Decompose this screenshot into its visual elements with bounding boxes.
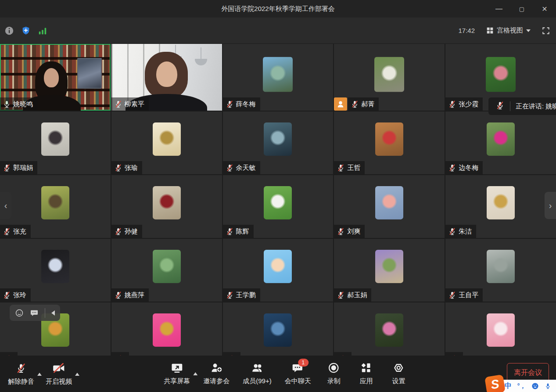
prev-page-arrow[interactable]: ‹ xyxy=(0,192,11,219)
avatar xyxy=(41,186,69,219)
name-bar: 柳素平 xyxy=(111,97,149,111)
participant-tile[interactable] xyxy=(334,302,445,356)
avatar xyxy=(487,249,515,283)
next-page-arrow[interactable]: › xyxy=(545,192,556,219)
muted-mic-icon[interactable] xyxy=(495,101,505,112)
participant-tile[interactable]: 张玲 xyxy=(0,239,111,302)
participant-tile[interactable]: 柳素平 xyxy=(111,44,222,111)
participant-name: 柳素平 xyxy=(125,100,144,108)
toolbar-chat-button[interactable]: 1会中聊天 xyxy=(285,362,311,385)
ime-emoji-icon[interactable] xyxy=(531,382,539,390)
participant-name: 郭瑞娟 xyxy=(13,164,33,172)
avatar xyxy=(375,122,403,155)
name-bar xyxy=(111,352,129,356)
expand-caret[interactable] xyxy=(193,372,197,375)
ime-toolbar: 中 °， xyxy=(500,380,556,392)
name-label xyxy=(0,352,18,356)
security-shield-icon[interactable] xyxy=(21,26,31,36)
participant-tile[interactable]: 姚燕萍 xyxy=(111,239,222,302)
expand-caret[interactable] xyxy=(37,373,42,376)
participant-tile[interactable] xyxy=(223,302,334,356)
close-button[interactable]: ✕ xyxy=(533,0,556,18)
toolbar-unmute-button[interactable]: 解除静音 xyxy=(8,362,34,386)
participant-tile[interactable]: 张瑜 xyxy=(111,111,222,174)
chevron-down-icon xyxy=(526,29,531,32)
participant-tile[interactable]: 王自平 xyxy=(445,239,556,302)
ime-voice-icon[interactable] xyxy=(545,382,551,390)
participant-tile[interactable]: 孙健 xyxy=(111,175,222,238)
participant-name: 张瑜 xyxy=(125,164,138,172)
ime-brand-icon[interactable]: S xyxy=(484,374,506,392)
participant-tile[interactable]: 刘爽 xyxy=(334,175,445,238)
members-icon xyxy=(251,362,264,374)
participant-name: 王哲 xyxy=(347,164,360,172)
name-label xyxy=(445,352,463,356)
smiley-icon[interactable] xyxy=(15,309,24,317)
participant-tile[interactable]: 薛冬梅 xyxy=(223,44,334,111)
clock: 17:42 xyxy=(458,27,475,34)
network-signal-icon[interactable] xyxy=(38,26,47,36)
participant-name: 朱洁 xyxy=(459,227,472,236)
participant-tile[interactable] xyxy=(111,302,222,356)
unmute-icon xyxy=(16,362,26,374)
participant-tile[interactable]: 王学鹏 xyxy=(223,239,334,302)
avatar xyxy=(487,122,515,155)
participant-tile[interactable]: 边冬梅 xyxy=(445,111,556,174)
participant-tile[interactable] xyxy=(445,302,556,356)
fullscreen-icon[interactable] xyxy=(542,27,550,35)
info-icon[interactable] xyxy=(4,26,14,36)
participant-tile[interactable]: 陈辉 xyxy=(223,175,334,238)
maximize-button[interactable]: ▢ xyxy=(510,0,533,18)
toolbar-label: 邀请参会 xyxy=(203,377,230,385)
share-screen-icon xyxy=(171,362,183,374)
participant-tile[interactable]: 张充 xyxy=(0,175,111,238)
participant-tile[interactable]: 朱洁 xyxy=(445,175,556,238)
apps-icon xyxy=(361,362,372,374)
divider xyxy=(45,308,45,318)
participant-tile[interactable]: 郝玉娟 xyxy=(334,239,445,302)
name-bar: 姚晓鸣 xyxy=(0,97,37,111)
toolbar-label: 开启视频 xyxy=(46,378,72,386)
name-label: 张少霞 xyxy=(445,97,483,111)
toolbar-record-button[interactable]: 录制 xyxy=(324,362,344,385)
toolbar-label: 应用 xyxy=(360,377,373,385)
meeting-title: 外国语学院2022年秋季学期工作部署会 xyxy=(221,5,334,13)
collapse-left-icon[interactable] xyxy=(51,310,55,316)
avatar xyxy=(264,122,292,155)
toolbar-apps-button[interactable]: 应用 xyxy=(357,362,376,385)
avatar xyxy=(263,57,293,92)
toolbar-invite-button[interactable]: 邀请参会 xyxy=(203,362,230,385)
toolbar-share-screen-button[interactable]: 共享屏幕 xyxy=(164,362,190,385)
ime-punctuation-toggle[interactable]: °， xyxy=(517,383,526,389)
avatar xyxy=(153,122,181,155)
minimize-button[interactable]: — xyxy=(488,0,510,18)
participant-tile[interactable]: 郭瑞娟 xyxy=(0,111,111,174)
expand-caret[interactable] xyxy=(75,373,79,376)
toolbar-start-video-button[interactable]: 开启视频 xyxy=(46,362,72,386)
name-bar: 郝玉娟 xyxy=(334,288,371,302)
window-controls: — ▢ ✕ xyxy=(488,0,556,18)
view-mode-selector[interactable]: 宫格视图 xyxy=(486,26,531,35)
toolbar-members-button[interactable]: 成员(99+) xyxy=(243,362,271,385)
toolbar-settings-button[interactable]: 设置 xyxy=(389,362,409,385)
participant-name: 郝玉娟 xyxy=(347,291,367,299)
chat-bubble-icon[interactable] xyxy=(30,309,39,317)
avatar xyxy=(264,249,292,283)
muted-mic-icon xyxy=(337,291,345,299)
muted-mic-icon xyxy=(226,291,234,299)
avatar xyxy=(375,186,403,219)
participant-tile[interactable]: 郝菁 xyxy=(334,44,445,111)
name-bar: 王哲 xyxy=(334,161,365,174)
name-bar xyxy=(334,352,352,356)
name-label: 姚燕萍 xyxy=(111,288,149,302)
muted-mic-icon xyxy=(3,227,11,236)
participant-tile[interactable]: 余天敏 xyxy=(223,111,334,174)
ime-language-toggle[interactable]: 中 xyxy=(505,382,512,389)
participant-tile[interactable]: 姚晓鸣 xyxy=(0,44,111,111)
participant-tile[interactable]: 王哲 xyxy=(334,111,445,174)
now-speaking-text: 正在讲话: 姚晓鸣 xyxy=(516,102,556,111)
unread-badge: 1 xyxy=(298,359,308,367)
name-bar: 陈辉 xyxy=(223,225,254,238)
bottom-toolbar: 解除静音开启视频 共享屏幕邀请参会成员(99+)1会中聊天录制应用设置 离开会议 xyxy=(0,356,556,392)
name-bar: 张充 xyxy=(0,225,31,238)
